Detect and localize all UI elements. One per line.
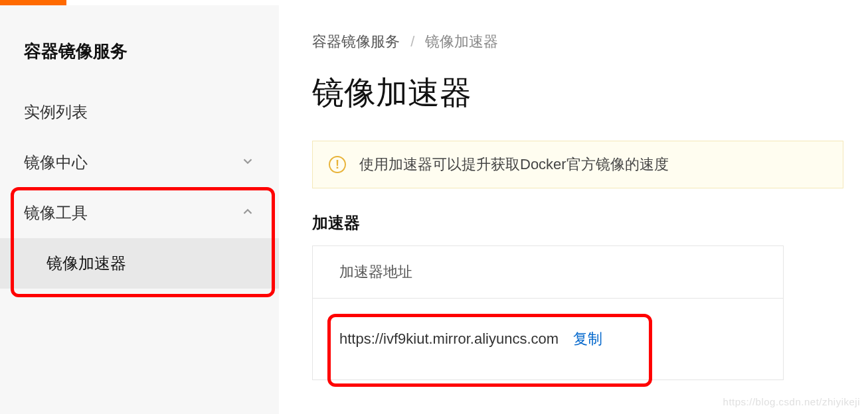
sidebar: 容器镜像服务 实例列表 镜像中心 镜像工具 镜像加速器 [0,5,279,414]
section-label: 加速器 [312,212,868,234]
main-content: 容器镜像服务 / 镜像加速器 镜像加速器 ! 使用加速器可以提升获取Docker… [279,5,868,414]
sidebar-item-instances[interactable]: 实例列表 [0,87,279,137]
accelerator-url: https://ivf9kiut.mirror.aliyuncs.com [339,330,559,348]
sidebar-item-mirror-tools[interactable]: 镜像工具 [0,188,279,238]
sidebar-item-mirror-center[interactable]: 镜像中心 [0,137,279,188]
watermark: https://blog.csdn.net/zhiyikeji [723,396,860,407]
sidebar-item-label: 镜像加速器 [46,253,126,274]
page-title: 镜像加速器 [312,72,868,114]
notice-banner: ! 使用加速器可以提升获取Docker官方镜像的速度 [312,141,843,188]
info-icon: ! [329,156,346,173]
brand-accent [0,0,66,5]
notice-text: 使用加速器可以提升获取Docker官方镜像的速度 [359,155,669,174]
copy-button[interactable]: 复制 [573,329,602,349]
card-body: https://ivf9kiut.mirror.aliyuncs.com 复制 [313,299,783,380]
accelerator-card: 加速器地址 https://ivf9kiut.mirror.aliyuncs.c… [312,245,784,380]
breadcrumb-current: 镜像加速器 [425,33,498,50]
sidebar-item-label: 镜像中心 [24,152,88,173]
sidebar-item-label: 实例列表 [24,102,88,123]
card-header: 加速器地址 [313,246,783,299]
chevron-down-icon [240,154,255,172]
breadcrumb-separator: / [410,33,414,50]
sidebar-title: 容器镜像服务 [0,24,279,87]
sidebar-item-mirror-accelerator[interactable]: 镜像加速器 [0,238,279,289]
breadcrumb-root[interactable]: 容器镜像服务 [312,33,400,50]
breadcrumb: 容器镜像服务 / 镜像加速器 [312,32,868,52]
chevron-up-icon [240,204,255,222]
sidebar-item-label: 镜像工具 [24,202,88,224]
